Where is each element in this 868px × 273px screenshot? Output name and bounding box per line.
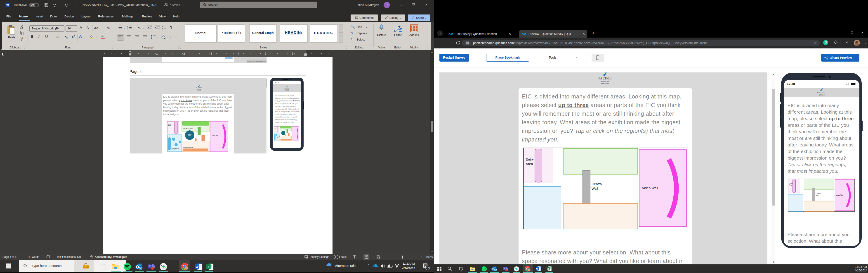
svg-text:PACIFIC: PACIFIC xyxy=(817,91,826,94)
svg-text:Satellite: Satellite xyxy=(188,134,192,135)
svg-text:Research &: Research & xyxy=(819,94,825,95)
svg-text:Informational: Informational xyxy=(276,139,279,139)
svg-text:Central: Central xyxy=(592,182,602,186)
svg-text:Video Wall: Video Wall xyxy=(836,194,843,196)
svg-text:Central: Central xyxy=(815,193,821,194)
svg-text:3: 3 xyxy=(127,28,128,29)
svg-text:Entry: Entry xyxy=(274,128,276,128)
svg-text:Evaluation: Evaluation xyxy=(601,82,610,84)
svg-text:Video Wall: Video Wall xyxy=(292,133,295,134)
svg-text:Panels: Panels xyxy=(276,140,278,140)
svg-text:Wall: Wall xyxy=(815,194,819,196)
svg-text:Evaluation: Evaluation xyxy=(285,90,289,91)
svg-text:Evaluation: Evaluation xyxy=(819,95,825,97)
svg-text:W: W xyxy=(6,4,9,6)
svg-text:Z: Z xyxy=(162,28,163,29)
svg-text:PACIFIC: PACIFIC xyxy=(196,87,202,88)
svg-text:Area: Area xyxy=(168,125,170,126)
svg-text:Entry: Entry xyxy=(789,183,793,184)
svg-text:PACIFIC: PACIFIC xyxy=(598,77,612,80)
svg-text:Panels: Panels xyxy=(172,149,176,151)
svg-text:T: T xyxy=(149,265,151,268)
svg-text:Model: Model xyxy=(188,135,191,136)
svg-text:X: X xyxy=(548,268,549,270)
svg-text:Interactive Area B: Interactive Area B xyxy=(183,147,193,148)
svg-text:W: W xyxy=(196,265,199,269)
svg-text:T: T xyxy=(504,268,505,270)
svg-text:PACIFIC: PACIFIC xyxy=(284,87,289,89)
svg-text:A: A xyxy=(162,26,163,28)
svg-text:Interactive Area B: Interactive Area B xyxy=(281,139,285,139)
svg-text:Area: Area xyxy=(274,128,276,129)
svg-text:Entry: Entry xyxy=(526,157,534,161)
svg-text:Area: Area xyxy=(526,162,533,166)
svg-text:Video Wall: Video Wall xyxy=(212,135,218,136)
svg-text:X: X xyxy=(207,265,209,269)
svg-text:Evaluation: Evaluation xyxy=(197,90,201,91)
svg-text:Informational: Informational xyxy=(172,147,179,149)
svg-text:Interactive Area A: Interactive Area A xyxy=(281,129,285,130)
svg-text:Interactive Area A: Interactive Area A xyxy=(183,128,193,129)
svg-text:Video Wall: Video Wall xyxy=(642,186,658,190)
svg-text:W: W xyxy=(536,268,538,270)
svg-text:Wall: Wall xyxy=(592,187,598,190)
svg-text:Area: Area xyxy=(789,184,792,186)
